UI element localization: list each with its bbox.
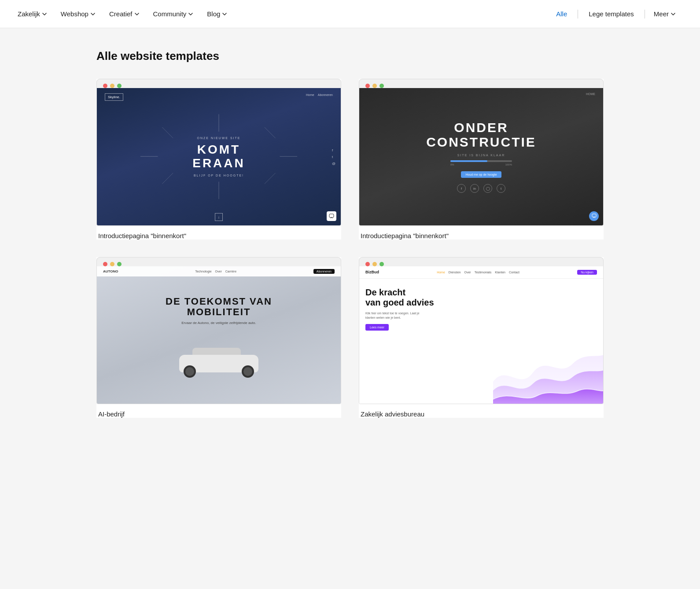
social-icons: f t @ <box>332 148 335 165</box>
nav-label-webshop: Webshop <box>61 10 88 18</box>
dot-yellow <box>110 84 114 88</box>
browser-chrome-1 <box>96 79 341 88</box>
template-card-2[interactable]: HOME ONDERCONSTRUCTIE SITE IS BIJNA KLAA… <box>359 79 604 239</box>
chevron-down-icon <box>188 10 193 18</box>
twitter-icon: t <box>332 155 335 158</box>
nav-divider-2 <box>645 10 645 18</box>
zak-content: De krachtvan goed advies Klik hier om te… <box>359 279 603 404</box>
nav-over: Over <box>215 270 222 273</box>
template-thumb-2: HOME ONDERCONSTRUCTIE SITE IS BIJNA KLAA… <box>359 88 604 226</box>
svg-line-4 <box>162 127 173 138</box>
nav-item-community[interactable]: Community <box>153 8 193 19</box>
nav-item-blog[interactable]: Blog <box>207 8 227 19</box>
nav-right: Alle Lege templates Meer <box>547 8 682 19</box>
chevron-down-icon <box>135 10 139 18</box>
nav-item-creatief[interactable]: Creatief <box>109 8 139 19</box>
bottom-bar: ↓ <box>215 213 223 221</box>
filter-meer[interactable]: Meer <box>647 8 682 19</box>
dot-green <box>379 84 384 88</box>
zak-chart <box>493 329 603 404</box>
template-thumb-3: AUTONO Technologie Over Carrière Abonner… <box>96 266 341 404</box>
car-image <box>157 329 280 382</box>
nav-item-webshop[interactable]: Webshop <box>61 8 95 19</box>
social-row: f in ◯ t <box>457 184 505 193</box>
dot-green <box>117 262 122 266</box>
nav-tech: Technologie <box>195 270 211 273</box>
svg-rect-8 <box>329 214 334 217</box>
chevron-down-icon <box>91 10 95 18</box>
email-button: Houd me op de hoogte <box>461 171 501 178</box>
facebook-icon: f <box>332 148 335 152</box>
thumb-komt-eraan: Skyline. Home Abonneren <box>97 88 341 225</box>
browser-chrome-2 <box>359 79 604 88</box>
center-content: DE TOEKOMST VANMOBILITEIT Ervaar de Auto… <box>166 296 272 325</box>
nav-label-blog: Blog <box>207 10 220 18</box>
mini-nav: Home Abonneren <box>306 93 333 96</box>
main-text: DE TOEKOMST VANMOBILITEIT <box>166 296 272 317</box>
zak-cta-button: Lees meer <box>365 324 389 331</box>
car-body <box>175 351 263 378</box>
dot-green <box>117 84 122 88</box>
template-thumb-1: Skyline. Home Abonneren <box>96 88 341 226</box>
dot-red <box>365 84 370 88</box>
templates-grid: Skyline. Home Abonneren <box>96 79 604 418</box>
car-wheel-left <box>184 365 196 378</box>
tagline: BLIJF OP DE HOOGTE! <box>192 174 245 177</box>
zak-nav-links: Home Diensten Over Testimonials Klanten … <box>437 271 519 274</box>
zak-nav-logo: BizBud <box>365 270 379 274</box>
dot-yellow <box>110 262 114 266</box>
svg-line-5 <box>265 127 276 138</box>
center-content: ONZE NIEUWE SITE KOMTERAAN BLIJF OP DE H… <box>192 136 245 177</box>
zak-nav: BizBud Home Diensten Over Testimonials K… <box>359 266 603 279</box>
thumb-zakelijk: BizBud Home Diensten Over Testimonials K… <box>359 266 603 404</box>
nav-over: Over <box>464 271 471 274</box>
svg-line-6 <box>162 173 173 184</box>
chat-button-2 <box>589 211 599 221</box>
logo-box: Skyline. <box>105 93 123 101</box>
progress-end: 100% <box>505 163 512 166</box>
filter-meer-label: Meer <box>654 10 669 18</box>
thumb-onder: HOME ONDERCONSTRUCTIE SITE IS BIJNA KLAA… <box>359 88 603 225</box>
zak-sub: Klik hier om tekst toe te voegen. Laat j… <box>365 311 493 320</box>
nav-contact: Contact <box>509 271 519 274</box>
svg-rect-9 <box>592 214 596 217</box>
template-card-4[interactable]: BizBud Home Diensten Over Testimonials K… <box>359 257 604 418</box>
template-card-1[interactable]: Skyline. Home Abonneren <box>96 79 341 239</box>
nav-testimonials: Testimonials <box>475 271 492 274</box>
chat-button <box>327 211 336 221</box>
browser-chrome-4 <box>359 257 604 266</box>
progress-labels: 0% 100% <box>450 163 512 166</box>
template-thumb-4: BizBud Home Diensten Over Testimonials K… <box>359 266 604 404</box>
nav-divider-1 <box>578 10 578 18</box>
chevron-down-icon <box>42 10 47 18</box>
linkedin-icon: in <box>470 184 479 193</box>
svg-line-7 <box>265 173 276 184</box>
ai-nav-links: Technologie Over Carrière <box>195 270 236 273</box>
template-card-3[interactable]: AUTONO Technologie Over Carrière Abonner… <box>96 257 341 418</box>
zak-headline: De krachtvan goed advies <box>365 287 493 308</box>
page-title: Alle website templates <box>96 49 604 63</box>
instagram-icon: @ <box>332 161 335 165</box>
thumb-ai: AUTONO Technologie Over Carrière Abonner… <box>97 266 341 404</box>
progress-track <box>450 160 512 162</box>
progress-fill <box>450 160 487 162</box>
dot-red <box>365 262 370 266</box>
ai-nav: AUTONO Technologie Over Carrière Abonner… <box>97 266 341 276</box>
filter-lege-templates[interactable]: Lege templates <box>580 8 643 19</box>
template-label-3: AI-bedrijf <box>96 404 341 418</box>
browser-chrome-3 <box>96 257 341 266</box>
filter-alle[interactable]: Alle <box>547 8 576 19</box>
main-content: Alle website templates Skyline. Home Abo… <box>86 28 614 444</box>
nav-left: Zakelijk Webshop Creatief Community Blog <box>18 8 227 19</box>
nav-diensten: Diensten <box>449 271 461 274</box>
template-label-1: Introductiepagina "binnenkort" <box>96 226 341 239</box>
car-wheel-right <box>242 365 254 378</box>
nav-label-zakelijk: Zakelijk <box>18 10 40 18</box>
nav-carriere: Carrière <box>225 270 236 273</box>
instagram-icon: ◯ <box>483 184 492 193</box>
chevron-down-icon <box>671 10 675 18</box>
twitter-icon: t <box>497 184 505 193</box>
dot-green <box>379 262 384 266</box>
nav-item-zakelijk[interactable]: Zakelijk <box>18 8 47 19</box>
ai-nav-logo: AUTONO <box>103 269 118 273</box>
